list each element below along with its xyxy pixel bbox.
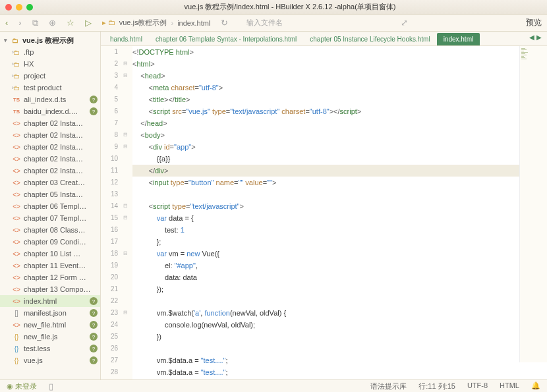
file-item[interactable]: <>chapter 03 Creat… [0, 177, 100, 188]
file-explorer: ▾🗀vue.js 教程示例 ›🗀.ftp›🗀HX›🗀project›🗀test … [0, 32, 101, 379]
editor-tab[interactable]: chapter 05 Instance Lifecycle Hooks.html [303, 33, 436, 45]
file-item[interactable]: <>chapter 07 Templ… [0, 212, 100, 224]
crosshair-icon[interactable]: ⊕ [49, 18, 56, 28]
file-item[interactable]: <>index.html? [0, 295, 100, 307]
editor-tab[interactable]: index.html [437, 33, 480, 45]
file-search-input[interactable]: 输入文件名 [246, 18, 283, 28]
preview-button[interactable]: 预览 [526, 17, 542, 28]
file-item[interactable]: <>chapter 02 Insta… [0, 165, 100, 177]
file-item[interactable]: <>chapter 02 Insta… [0, 117, 100, 129]
file-item[interactable]: <>new_file.html? [0, 319, 100, 331]
cursor-position: 行:11 列:15 [418, 381, 455, 391]
window-title: vue.js 教程示例/index.html - HBuilder X 2.6.… [33, 2, 547, 12]
breadcrumb: ▸ 🗀 vue.js教程示例 › index.html [102, 18, 211, 28]
file-item[interactable]: <>chapter 02 Insta… [0, 129, 100, 141]
folder-item[interactable]: ›🗀.ftp [0, 46, 100, 58]
folder-item[interactable]: ›🗀test product [0, 82, 100, 94]
editor-tabs: hands.htmlchapter 06 Template Syntax - I… [101, 32, 547, 46]
minimize-icon[interactable] [16, 4, 22, 11]
chevron-right-icon: › [171, 19, 174, 27]
crumb-file[interactable]: index.html [177, 19, 210, 27]
file-item[interactable]: <>chapter 05 Insta… [0, 188, 100, 200]
encoding[interactable]: UTF-8 [467, 381, 488, 391]
close-icon[interactable] [5, 4, 12, 11]
syntax-hint[interactable]: 语法提示库 [370, 381, 407, 391]
file-item[interactable]: <>chapter 09 Condi… [0, 236, 100, 248]
file-item[interactable]: <>chapter 02 Insta… [0, 153, 100, 165]
file-item[interactable]: []manifest.json? [0, 307, 100, 319]
copy-icon[interactable]: ⧉ [32, 18, 38, 28]
refresh-icon[interactable]: ↻ [221, 18, 228, 28]
forward-icon[interactable]: › [18, 18, 21, 28]
file-item[interactable]: TSbaidu_index.d.…? [0, 105, 100, 117]
file-item[interactable]: <>chapter 08 Class… [0, 224, 100, 236]
file-item[interactable]: <>chapter 10 List … [0, 248, 100, 260]
editor-area: hands.htmlchapter 06 Template Syntax - I… [101, 32, 547, 379]
folder-item[interactable]: ›🗀project [0, 70, 100, 82]
file-item[interactable]: {}vue.js? [0, 354, 100, 366]
language-mode[interactable]: HTML [500, 381, 519, 391]
file-item[interactable]: {}test.less? [0, 343, 100, 354]
file-item[interactable]: <>chapter 06 Templ… [0, 200, 100, 212]
code-view[interactable]: 1234567891011121314151617181920212223242… [101, 46, 547, 379]
bell-icon[interactable]: 🔔 [531, 381, 540, 391]
file-item[interactable]: TSali_index.d.ts? [0, 94, 100, 105]
tab-scroll-icon[interactable]: ◀ ▶ [527, 34, 544, 41]
editor-tab[interactable]: hands.html [103, 33, 149, 45]
terminal-icon[interactable]: ▯ [49, 381, 53, 391]
toolbar: ‹ › ⧉ ⊕ ☆ ▷ ▸ 🗀 vue.js教程示例 › index.html … [0, 14, 547, 32]
file-item[interactable]: <>chapter 11 Event… [0, 260, 100, 271]
file-item[interactable]: <>chapter 12 Form … [0, 271, 100, 283]
maximize-icon[interactable] [26, 4, 33, 11]
crumb-project[interactable]: vue.js教程示例 [119, 18, 167, 28]
run-icon[interactable]: ▷ [85, 18, 92, 28]
login-status[interactable]: ◉ 未登录 [7, 381, 37, 391]
window-controls [5, 4, 33, 11]
minimap[interactable]: ▬▬▬▬▬▬▬▬▬▬▬▬▬▬▬▬▬▬▬▬▬▬▬▬▬▬▬▬▬▬ [519, 46, 547, 362]
folder-item[interactable]: ›🗀HX [0, 58, 100, 70]
maximize-panel-icon[interactable]: ⤢ [401, 18, 408, 28]
back-icon[interactable]: ‹ [5, 18, 8, 28]
titlebar: vue.js 教程示例/index.html - HBuilder X 2.6.… [0, 0, 547, 14]
file-item[interactable]: <>chapter 02 Insta… [0, 141, 100, 153]
project-root[interactable]: ▾🗀vue.js 教程示例 [0, 34, 100, 46]
folder-icon: ▸ 🗀 [102, 18, 115, 27]
star-icon[interactable]: ☆ [67, 18, 74, 28]
status-bar: ◉ 未登录 ▯ 语法提示库 行:11 列:15 UTF-8 HTML 🔔 [0, 379, 547, 392]
editor-tab[interactable]: chapter 06 Template Syntax - Interpolati… [149, 33, 303, 45]
file-item[interactable]: <>chapter 13 Compo… [0, 283, 100, 295]
file-item[interactable]: {}new_file.js? [0, 331, 100, 343]
